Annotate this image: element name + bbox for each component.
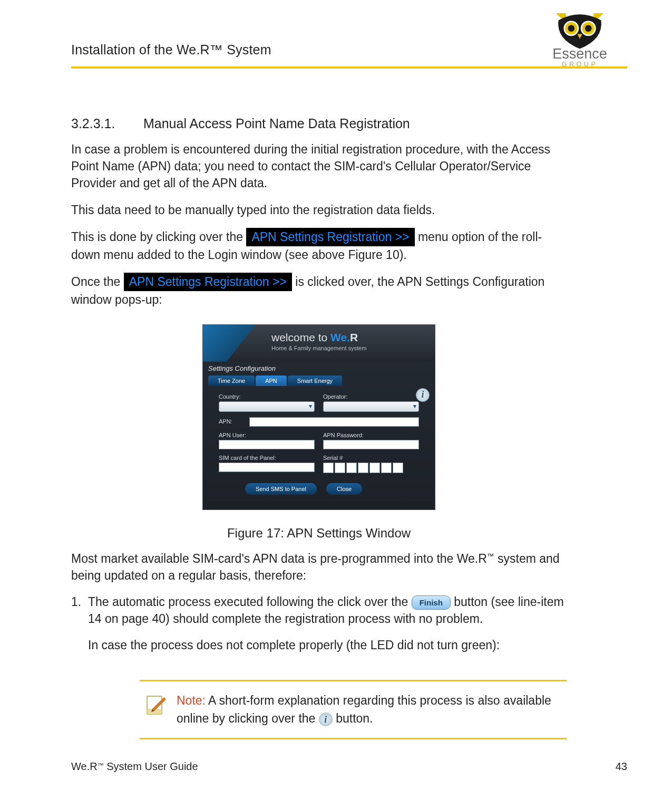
serial-label: Serial #	[323, 455, 419, 461]
footer-guide-title: We.R™ System User Guide	[71, 761, 198, 772]
apn-settings-window-figure: welcome to We.R Home & Family management…	[202, 324, 435, 510]
paragraph-once-clicked: Once the APN Settings Registration >> is…	[71, 273, 567, 308]
settings-configuration-label: Settings Configuration	[208, 364, 276, 372]
tab-apn[interactable]: APN	[256, 376, 287, 386]
apn-window-welcome: welcome to We.R Home & Family management…	[271, 331, 366, 351]
list-number: 1.	[71, 593, 81, 610]
page-header-title: Installation of the We.R™ System	[71, 42, 271, 57]
paragraph-typed: This data need to be manually typed into…	[71, 201, 567, 218]
list-item-1-sub: In case the process does not complete pr…	[71, 637, 567, 653]
apn-window-header-graphic	[203, 325, 256, 362]
tab-smart-energy[interactable]: Smart Energy	[288, 376, 342, 386]
sim-card-input[interactable]	[219, 463, 315, 472]
note-bottom-bar	[140, 738, 567, 739]
serial-number-input[interactable]	[323, 463, 419, 473]
essence-logo: Essence GROUP	[527, 0, 632, 76]
svg-point-4	[568, 25, 575, 32]
section-heading: 3.2.3.1. Manual Access Point Name Data R…	[71, 116, 567, 131]
operator-select[interactable]	[323, 401, 419, 412]
note-pencil-icon	[145, 693, 168, 716]
finish-button: Finish	[412, 595, 451, 610]
section-title: Manual Access Point Name Data Registrati…	[143, 116, 410, 131]
figure-caption: Figure 17: APN Settings Window	[71, 526, 567, 541]
operator-label: Operator:	[323, 393, 419, 400]
page-number: 43	[616, 761, 627, 773]
apn-password-input[interactable]	[323, 440, 419, 449]
sim-card-label: SIM card of the Panel:	[219, 455, 315, 461]
paragraph-intro: In case a problem is encountered during …	[71, 141, 567, 192]
country-label: Country:	[219, 393, 315, 400]
paragraph-preprogrammed: Most market available SIM-card's APN dat…	[71, 550, 567, 584]
apn-user-input[interactable]	[219, 440, 315, 449]
apn-settings-tag-2: APN Settings Registration >>	[124, 273, 292, 291]
send-sms-button[interactable]: Send SMS to Panel	[245, 483, 317, 495]
apn-user-label: APN User:	[219, 432, 315, 438]
svg-point-5	[585, 25, 592, 32]
apn-label: APN:	[219, 418, 241, 425]
apn-settings-tag: APN Settings Registration >>	[246, 228, 414, 246]
list-item-1: 1. The automatic process executed follow…	[71, 593, 567, 627]
logo-brand-text: Essence	[552, 46, 607, 62]
logo-group-text: GROUP	[562, 61, 598, 68]
apn-input[interactable]	[249, 417, 419, 427]
info-icon-inline: i	[319, 713, 333, 726]
country-select[interactable]	[219, 401, 315, 412]
note-callout: Note: A short-form explanation regarding…	[140, 680, 567, 739]
close-button[interactable]: Close	[326, 483, 362, 495]
section-number: 3.2.3.1.	[71, 116, 140, 131]
tab-time-zone[interactable]: Time Zone	[208, 376, 255, 386]
paragraph-click-over: This is done by clicking over the APN Se…	[71, 228, 567, 263]
apn-password-label: APN Password:	[323, 432, 419, 438]
note-label: Note:	[177, 694, 206, 707]
